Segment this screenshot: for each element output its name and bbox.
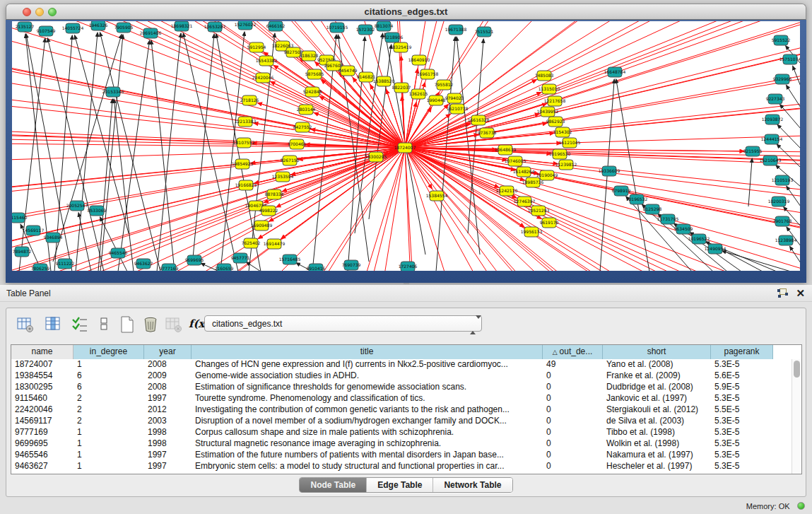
table-cell[interactable]: 0 bbox=[543, 450, 603, 461]
table-row[interactable]: 977716911998Corpus callosum shape and si… bbox=[11, 427, 801, 438]
table-cell[interactable]: 5.5E-5 bbox=[711, 404, 773, 416]
tab-node-table[interactable]: Node Table bbox=[300, 478, 367, 492]
node[interactable]: 10196532 bbox=[626, 194, 648, 204]
node[interactable]: 9463627 bbox=[134, 259, 153, 269]
table-cell[interactable]: Stergiakouli et al. (2012) bbox=[603, 404, 711, 416]
table-source-dropdown[interactable]: citations_edges.txt bbox=[204, 315, 482, 332]
table-cell[interactable]: 5.3E-5 bbox=[711, 359, 773, 370]
selected-node[interactable]: 5242848 bbox=[303, 87, 322, 97]
selected-node[interactable]: 8454749 bbox=[339, 66, 358, 76]
selected-node[interactable]: 16616328 bbox=[468, 115, 490, 125]
table-cell[interactable]: 0 bbox=[543, 393, 603, 404]
node[interactable]: 2160659 bbox=[215, 264, 234, 271]
selected-node[interactable]: 5875685 bbox=[305, 69, 324, 79]
window-titlebar[interactable]: citations_edges.txt bbox=[6, 4, 806, 20]
selected-node[interactable]: 7485083 bbox=[535, 71, 554, 81]
table-cell[interactable]: 5.3E-5 bbox=[711, 427, 773, 438]
node[interactable]: 9107549 bbox=[37, 26, 56, 36]
selected-node[interactable]: 9736738 bbox=[478, 128, 497, 138]
selected-node[interactable]: 10439952 bbox=[537, 107, 559, 117]
node[interactable]: 19671388 bbox=[445, 25, 467, 35]
selected-node[interactable]: 16148264 bbox=[513, 167, 535, 177]
table-cell[interactable]: Nakamura et al. (1997) bbox=[603, 450, 711, 461]
table-cell[interactable]: 1997 bbox=[144, 393, 192, 404]
column-select-icon[interactable] bbox=[45, 315, 63, 334]
table-cell[interactable]: 0 bbox=[543, 427, 603, 438]
table-cell[interactable]: 1998 bbox=[144, 427, 192, 438]
table-cell[interactable]: Genome-wide association studies in ADHD. bbox=[192, 370, 543, 382]
node[interactable]: 9346894 bbox=[44, 233, 63, 243]
checklist-icon[interactable] bbox=[71, 315, 89, 334]
node[interactable]: 12093872 bbox=[762, 115, 784, 124]
table-cell[interactable]: 5.3E-5 bbox=[711, 393, 773, 404]
table-cell[interactable]: 0 bbox=[543, 382, 603, 393]
table-cell[interactable]: 1 bbox=[73, 427, 144, 438]
table-settings-icon[interactable] bbox=[16, 315, 35, 334]
table-cell[interactable]: 2009 bbox=[144, 370, 192, 382]
node[interactable]: 1572302 bbox=[356, 25, 375, 35]
table-cell[interactable]: 0 bbox=[543, 438, 603, 450]
selected-node[interactable]: 18640910 bbox=[408, 55, 430, 65]
table-cell[interactable]: 1 bbox=[73, 359, 144, 370]
table-row[interactable]: 1938455462009Genome-wide association stu… bbox=[11, 370, 801, 382]
node[interactable]: 7901768 bbox=[773, 216, 792, 226]
selected-node[interactable]: 9862923 bbox=[546, 117, 565, 127]
table-cell[interactable]: 49 bbox=[543, 359, 603, 370]
table-cell[interactable]: 14569117 bbox=[11, 416, 73, 427]
selected-node[interactable]: 1990448 bbox=[427, 95, 446, 105]
table-cell[interactable]: 1 bbox=[73, 450, 144, 461]
selected-node[interactable]: 15384554 bbox=[426, 191, 448, 201]
table-row[interactable]: 969969511998Structural magnetic resonanc… bbox=[11, 438, 801, 450]
selected-node[interactable]: 8267150 bbox=[281, 156, 300, 165]
table-cell[interactable]: Jankovic et al. (1997) bbox=[603, 393, 711, 404]
column-header-title[interactable]: title bbox=[192, 345, 543, 359]
table-cell[interactable]: 9465546 bbox=[11, 450, 73, 461]
table-cell[interactable]: 1998 bbox=[144, 438, 192, 450]
node[interactable]: 14055724 bbox=[62, 23, 84, 33]
table-cell[interactable]: 5.3E-5 bbox=[711, 461, 773, 472]
table-cell[interactable]: 0 bbox=[543, 416, 603, 427]
tab-edge-table[interactable]: Edge Table bbox=[367, 478, 433, 492]
selected-node[interactable]: 10196530 bbox=[549, 149, 571, 159]
node[interactable]: 18698321 bbox=[171, 21, 193, 31]
node[interactable]: 8533069 bbox=[88, 206, 107, 216]
selected-node[interactable]: 2718126 bbox=[240, 95, 259, 105]
node[interactable]: 10200319 bbox=[768, 197, 790, 206]
selected-node[interactable]: 1700461 bbox=[288, 139, 307, 149]
table-cell[interactable]: 2 bbox=[73, 393, 144, 404]
table-cell[interactable]: 5.3E-5 bbox=[711, 450, 773, 461]
table-cell[interactable]: 22420046 bbox=[11, 404, 73, 416]
selected-node[interactable]: 11315010 bbox=[539, 84, 560, 94]
selected-node[interactable]: 1154302 bbox=[553, 127, 572, 137]
table-row[interactable]: 1456911722003Disruption of a novel membe… bbox=[11, 416, 801, 427]
table-cell[interactable]: 6 bbox=[73, 382, 144, 393]
node[interactable]: 16210643 bbox=[760, 156, 782, 165]
node[interactable]: 12490954 bbox=[705, 244, 726, 254]
table-cell[interactable]: 6 bbox=[73, 370, 144, 382]
table-cell[interactable]: 9699695 bbox=[11, 438, 73, 450]
table-cell[interactable]: Dudbridge et al. (2008) bbox=[603, 382, 711, 393]
node[interactable]: 19336609 bbox=[599, 166, 620, 176]
float-panel-icon[interactable] bbox=[777, 288, 788, 298]
node[interactable]: 10653287 bbox=[204, 22, 226, 32]
selected-node[interactable]: 2803144 bbox=[297, 105, 316, 115]
table-row[interactable]: 2242004622012Investigating the contribut… bbox=[11, 404, 801, 416]
node[interactable]: 11238984 bbox=[775, 235, 797, 245]
selected-node[interactable]: 8186328 bbox=[300, 51, 319, 61]
tab-network-table[interactable]: Network Table bbox=[433, 478, 512, 492]
node[interactable]: 9699695 bbox=[185, 255, 204, 265]
table-cell[interactable]: Yano et al. (2008) bbox=[603, 359, 711, 370]
node[interactable]: 9111222 bbox=[56, 259, 75, 269]
table-cell[interactable]: 2 bbox=[73, 404, 144, 416]
selected-node[interactable]: 12217658 bbox=[544, 96, 566, 106]
table-cell[interactable]: 9777169 bbox=[11, 427, 73, 438]
node[interactable]: 1946326 bbox=[89, 21, 108, 30]
table-cell[interactable]: 18724007 bbox=[11, 359, 73, 370]
selected-node[interactable]: 10648639 bbox=[495, 145, 517, 155]
memory-ok-icon[interactable] bbox=[797, 502, 805, 510]
node[interactable]: 1727406 bbox=[399, 262, 418, 271]
selected-node[interactable]: 7625402 bbox=[242, 238, 261, 248]
node[interactable]: 9115460 bbox=[12, 213, 28, 223]
selected-node[interactable]: 19956173 bbox=[521, 227, 543, 237]
table-cell[interactable]: 9115460 bbox=[11, 393, 73, 404]
